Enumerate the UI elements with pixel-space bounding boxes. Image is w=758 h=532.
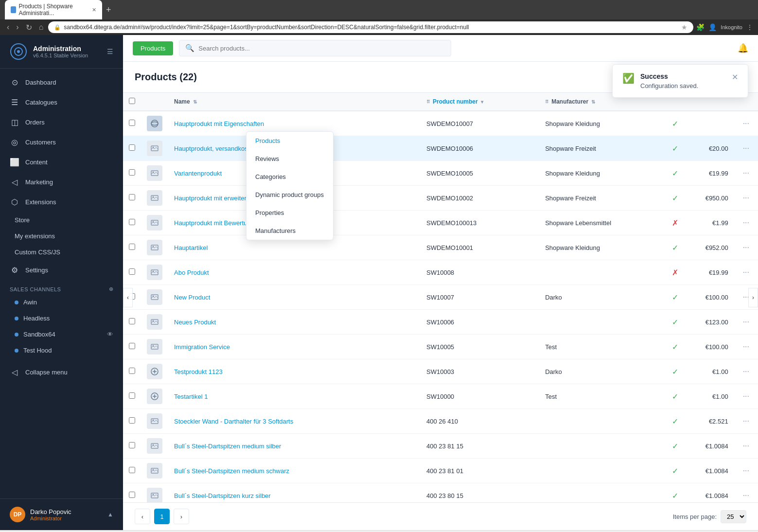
product-name-link[interactable]: New Product	[174, 294, 210, 301]
row-checkbox[interactable]	[129, 467, 135, 473]
product-name-link[interactable]: Neues Produkt	[174, 319, 216, 326]
nav-home-btn[interactable]: ⌂	[37, 22, 46, 33]
product-name-link[interactable]: Testartikel 1	[174, 393, 208, 400]
eye-icon[interactable]: 👁	[107, 331, 113, 338]
row-more-btn[interactable]: ···	[740, 217, 752, 228]
product-name-link[interactable]: Immigration Service	[174, 343, 230, 351]
scroll-left-btn[interactable]: ‹	[123, 288, 133, 307]
dropdown-item-products[interactable]: Products	[247, 132, 333, 150]
row-checkbox[interactable]	[129, 492, 135, 498]
product-name-link[interactable]: Testprodukt 1123	[174, 368, 223, 375]
row-checkbox[interactable]	[129, 219, 135, 225]
row-more-btn[interactable]: ···	[740, 193, 752, 203]
product-name-link[interactable]: Bull´s Steel-Dartspitzen medium schwarz	[174, 467, 289, 475]
row-image-cell	[141, 459, 168, 483]
row-checkbox[interactable]	[129, 169, 135, 176]
sidebar-item-dashboard[interactable]: ⊙ Dashboard	[0, 72, 123, 92]
row-actions-cell: ···	[734, 310, 758, 335]
row-checkbox[interactable]	[129, 144, 135, 151]
row-more-btn[interactable]: ···	[740, 441, 752, 451]
dropdown-item-reviews[interactable]: Reviews	[247, 150, 333, 168]
prev-page-btn[interactable]: ‹	[135, 509, 150, 524]
page-1-btn[interactable]: 1	[154, 509, 170, 524]
dropdown-item-categories[interactable]: Categories	[247, 168, 333, 186]
product-name-link[interactable]: Hauptprodukt mit Eigenschaften	[174, 120, 264, 127]
row-actions-cell: ···	[734, 211, 758, 235]
row-more-btn[interactable]: ···	[740, 366, 752, 377]
notification-bell-icon[interactable]: 🔔	[738, 43, 748, 53]
scroll-right-btn[interactable]: ›	[748, 288, 758, 307]
row-product-number-cell: 400 23 81 15	[421, 434, 539, 459]
product-name-link[interactable]: Stoeckler Wand - Darthalter für 3 Softda…	[174, 418, 293, 425]
row-checkbox-cell	[123, 111, 141, 136]
sidebar-item-collapse-menu[interactable]: ◁ Collapse menu	[0, 362, 123, 382]
profile-icon[interactable]: 👤	[708, 23, 717, 31]
row-checkbox[interactable]	[129, 194, 135, 200]
product-name-link[interactable]: Hauptartikel	[174, 244, 208, 251]
row-checkbox[interactable]	[129, 368, 135, 374]
new-tab-btn[interactable]: +	[106, 5, 111, 15]
row-checkbox[interactable]	[129, 268, 135, 275]
user-profile[interactable]: DP Darko Popovic Administrator ▲	[0, 498, 123, 530]
th-product-number[interactable]: ⠿ Product number ▾	[421, 93, 539, 111]
products-tab-btn[interactable]: Products	[133, 41, 173, 55]
row-more-btn[interactable]: ···	[740, 490, 752, 501]
sidebar-item-catalogues[interactable]: ☰ Catalogues	[0, 92, 123, 112]
product-name-link[interactable]: Abo Produkt	[174, 269, 209, 276]
row-more-btn[interactable]: ···	[740, 242, 752, 253]
row-more-btn[interactable]: ···	[740, 465, 752, 476]
sidebar-item-custom-css[interactable]: Custom CSS/JS	[0, 244, 123, 260]
sidebar-collapse-icon[interactable]: ☰	[107, 48, 113, 55]
th-name[interactable]: Name ⇅	[168, 93, 421, 111]
row-more-btn[interactable]: ···	[740, 143, 752, 154]
product-name-link[interactable]: Variantenprodukt	[174, 170, 222, 177]
row-more-btn[interactable]: ···	[740, 267, 752, 278]
menu-icon[interactable]: ⋮	[746, 23, 753, 31]
next-page-btn[interactable]: ›	[174, 509, 189, 524]
sidebar-item-content[interactable]: ⬜ Content	[0, 152, 123, 172]
toast-close-btn[interactable]: ✕	[732, 72, 738, 82]
product-name-link[interactable]: Bull´s Steel-Dartspitzen medium silber	[174, 443, 281, 450]
row-checkbox[interactable]	[129, 120, 135, 126]
tab-close-btn[interactable]: ✕	[92, 7, 96, 13]
nav-forward-btn[interactable]: ›	[14, 22, 20, 33]
row-more-btn[interactable]: ···	[740, 168, 752, 178]
sidebar-item-customers[interactable]: ◎ Customers	[0, 132, 123, 152]
row-more-btn[interactable]: ···	[740, 317, 752, 327]
items-per-page-select[interactable]: 25 50 75	[721, 510, 746, 523]
search-input[interactable]	[198, 45, 445, 52]
row-checkbox[interactable]	[129, 343, 135, 349]
row-price-cell: €100.00	[690, 335, 734, 359]
product-name-link[interactable]: Bull´s Steel-Dartspitzen kurz silber	[174, 492, 271, 499]
sidebar-item-store[interactable]: Store	[0, 212, 123, 228]
row-more-btn[interactable]: ···	[740, 391, 752, 402]
browser-tab[interactable]: Products | Shopware Administrati... ✕	[5, 0, 102, 19]
row-more-btn[interactable]: ···	[740, 341, 752, 352]
sidebar-item-test-hood[interactable]: Test Hood	[0, 342, 123, 358]
row-manufacturer-cell: Darko	[539, 285, 666, 310]
sidebar-item-settings[interactable]: ⚙ Settings	[0, 260, 123, 280]
nav-back-btn[interactable]: ‹	[5, 22, 11, 33]
sidebar-item-headless[interactable]: Headless	[0, 310, 123, 326]
sidebar-item-my-extensions[interactable]: My extensions	[0, 228, 123, 244]
add-channel-icon[interactable]: ⊕	[109, 286, 114, 292]
dropdown-item-manufacturers[interactable]: Manufacturers	[247, 222, 333, 240]
dropdown-item-properties[interactable]: Properties	[247, 204, 333, 222]
row-checkbox[interactable]	[129, 318, 135, 324]
extensions-icon[interactable]: 🧩	[696, 23, 705, 31]
nav-refresh-btn[interactable]: ↻	[24, 22, 34, 33]
sidebar-item-awin[interactable]: Awin	[0, 294, 123, 310]
row-more-btn[interactable]: ···	[740, 416, 752, 426]
row-checkbox[interactable]	[129, 417, 135, 424]
sidebar-item-marketing[interactable]: ◁ Marketing	[0, 172, 123, 192]
sidebar-item-orders[interactable]: ◫ Orders	[0, 112, 123, 132]
sidebar-item-extensions[interactable]: ⬡ Extensions	[0, 192, 123, 212]
row-checkbox[interactable]	[129, 244, 135, 250]
dropdown-item-dynamic-groups[interactable]: Dynamic product groups	[247, 186, 333, 204]
address-bar[interactable]: 🔒 sandbox64.ditegra.de/admin#/sw/product…	[48, 21, 693, 33]
select-all-checkbox[interactable]	[129, 98, 135, 104]
row-more-btn[interactable]: ···	[740, 118, 752, 129]
row-checkbox[interactable]	[129, 392, 135, 399]
sidebar-item-sandbox64[interactable]: Sandbox64 👁	[0, 326, 123, 342]
row-checkbox[interactable]	[129, 442, 135, 448]
